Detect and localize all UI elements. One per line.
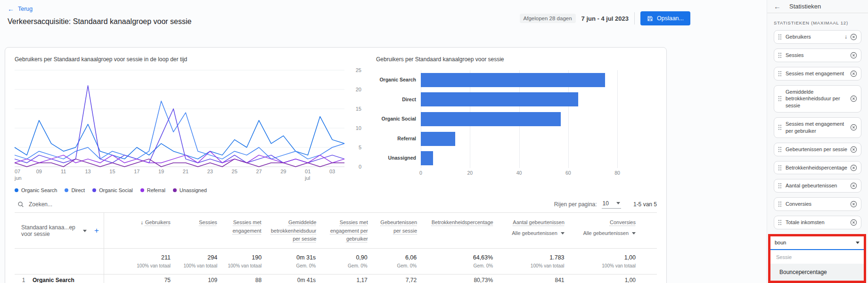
divider — [634, 12, 635, 24]
bar-chart-rows: Organic SearchDirectOrganic SocialReferr… — [421, 70, 642, 168]
column-header-gemiddelde-betrokkenheidsduur-per-sessie[interactable]: Gemiddelde betrokkenheidsduur per sessie — [262, 213, 317, 248]
metric-item-sessies[interactable]: Sessies ↓ — [774, 49, 861, 62]
column-header-gebruikers[interactable]: ↓Gebruikers — [104, 213, 171, 248]
drag-handle-icon[interactable] — [778, 71, 782, 77]
column-header-sessies[interactable]: Sessies — [171, 213, 217, 248]
totals-subtext: Gem. 0% — [320, 263, 368, 268]
remove-metric-icon[interactable] — [850, 219, 857, 226]
date-range[interactable]: 7 jun - 4 jul 2023 — [581, 15, 629, 22]
save-button[interactable]: Opslaan... — [640, 11, 690, 25]
column-header-label: Gebeurtenissen per sessie — [380, 219, 417, 234]
totals-cell: 294100% van totaal — [171, 249, 217, 274]
drag-handle-icon[interactable] — [778, 96, 782, 102]
rows-per-page-select[interactable]: 10 — [602, 200, 621, 209]
line-chart-legend: Organic SearchDirectOrganic SocialReferr… — [15, 187, 361, 193]
bar-chart[interactable]: Organic SearchDirectOrganic SocialReferr… — [421, 70, 642, 168]
column-header-label: Gebruikers — [145, 219, 171, 225]
metric-label: Totale inkomsten — [786, 218, 850, 227]
totals-cell: 1,00100% van totaal — [565, 249, 636, 274]
y-tick-label: 15 — [356, 106, 361, 112]
remove-metric-icon[interactable] — [850, 70, 857, 77]
remove-metric-icon[interactable] — [850, 146, 857, 153]
bar-referral[interactable] — [421, 132, 455, 146]
metric-search-value: boun — [775, 240, 786, 245]
metric-item-betrokkenheidspercentage[interactable]: Betrokkenheidspercentage ↓ — [774, 161, 861, 175]
metric-label: Sessies met engagement — [786, 69, 850, 78]
table-row[interactable]: 1Organic Search75109880m 41s1,177,7280,7… — [15, 275, 657, 283]
chevron-down-icon — [632, 232, 636, 234]
drag-handle-icon[interactable] — [778, 183, 782, 189]
dropdown-option-bouncepercentage[interactable]: Bouncepercentage — [770, 264, 864, 281]
sidebar-title: Statistieken — [789, 3, 821, 10]
metric-item-sessies-met-engagement-per-gebruiker[interactable]: Sessies met engagement per gebruiker ↓ — [774, 117, 861, 138]
drag-handle-icon[interactable] — [778, 165, 782, 171]
column-header-conversies[interactable]: ConversiesAlle gebeurtenissen — [565, 213, 636, 248]
bar-row-organic-search: Organic Search — [421, 70, 642, 90]
x-tick-label: 03 — [329, 169, 335, 175]
drag-handle-icon[interactable] — [778, 124, 782, 130]
metric-item-aantal-gebeurtenissen[interactable]: Aantal gebeurtenissen ↓ — [774, 179, 861, 193]
bar-unassigned[interactable] — [421, 151, 433, 165]
bar-direct[interactable] — [421, 92, 578, 106]
sidebar-back-arrow-icon[interactable]: ← — [774, 2, 781, 10]
bar-row-organic-social: Organic Social — [421, 109, 642, 129]
column-header-sessies-met-engagement[interactable]: Sessies met engagement — [217, 213, 262, 248]
line-chart[interactable]: 0510152025 — [15, 70, 344, 167]
x-tick-day: 29 — [280, 169, 286, 175]
legend-label: Referral — [147, 187, 165, 193]
legend-item-referral[interactable]: Referral — [140, 187, 165, 193]
drag-handle-icon[interactable] — [778, 201, 782, 207]
rows-per-page-label: Rijen per pagina: — [554, 201, 597, 208]
remove-metric-icon[interactable] — [850, 124, 857, 131]
x-tick-day: 11 — [61, 169, 66, 175]
metric-item-gebruikers[interactable]: Gebruikers ↓ — [774, 30, 861, 44]
drag-handle-icon[interactable] — [778, 34, 782, 40]
remove-metric-icon[interactable] — [850, 201, 857, 208]
metric-item-gebeurtenissen-per-sessie[interactable]: Gebeurtenissen per sessie ↓ — [774, 143, 861, 156]
date-preset-badge[interactable]: Afgelopen 28 dagen — [520, 14, 576, 23]
column-header-line: Conversies — [574, 218, 636, 227]
column-header-sessies-met-engagement-per-gebruiker[interactable]: Sessies met engagement per gebruiker — [316, 213, 368, 248]
metric-item-totale-inkomsten[interactable]: Totale inkomsten ↓ — [774, 216, 861, 229]
remove-metric-icon[interactable] — [850, 33, 857, 40]
add-dimension-button[interactable]: + — [94, 226, 99, 235]
x-tick-label: 29 — [280, 169, 286, 175]
totals-cell: 1.783100% van totaal — [493, 249, 564, 274]
legend-item-organic-search[interactable]: Organic Search — [15, 187, 57, 193]
column-header-label: Betrokkenheidspercentage — [432, 219, 493, 225]
legend-item-unassigned[interactable]: Unassigned — [173, 187, 207, 193]
legend-item-organic-social[interactable]: Organic Social — [92, 187, 133, 193]
column-header-gebeurtenissen-per-sessie[interactable]: Gebeurtenissen per sessie — [368, 213, 417, 248]
x-tick-month: jun — [15, 175, 22, 182]
remove-metric-icon[interactable] — [850, 164, 857, 171]
bar-organic-social[interactable] — [421, 112, 561, 126]
column-header-aantal-gebeurtenissen[interactable]: Aantal gebeurtenissenAlle gebeurtenissen — [493, 213, 565, 248]
table-search[interactable]: Zoeken... — [15, 201, 52, 208]
line-chart-x-axis: 07jun091113151719212325272901jul03 — [15, 169, 344, 183]
x-tick-label: 80 — [614, 170, 620, 176]
drag-handle-icon[interactable] — [778, 146, 782, 153]
column-filter[interactable]: Alle gebeurtenissen — [574, 229, 636, 238]
drag-handle-icon[interactable] — [778, 52, 782, 58]
column-header-betrokkenheidspercentage[interactable]: Betrokkenheidspercentage — [417, 213, 493, 248]
remove-metric-icon[interactable] — [850, 95, 857, 102]
metric-item-conversies[interactable]: Conversies ↓ — [774, 197, 861, 211]
x-tick-label: 40 — [516, 170, 522, 176]
metric-label: Gemiddelde betrokkenheidsduur per sessie — [786, 88, 850, 111]
bar-organic-search[interactable] — [421, 73, 605, 87]
x-tick-label: 0 — [419, 170, 422, 176]
dimension-column-header[interactable]: Standaard kanaa...ep voor sessie + — [15, 213, 104, 248]
metric-item-gemiddelde-betrokkenheidsduur-per-sessie[interactable]: Gemiddelde betrokkenheidsduur per sessie… — [774, 85, 861, 113]
totals-cell: 211100% van totaal — [104, 249, 171, 274]
totals-value: 294 — [175, 254, 217, 261]
x-tick-label: 19 — [158, 169, 164, 175]
legend-item-direct[interactable]: Direct — [65, 187, 85, 193]
remove-metric-icon[interactable] — [850, 182, 857, 189]
remove-metric-icon[interactable] — [850, 52, 857, 59]
drag-handle-icon[interactable] — [778, 219, 782, 226]
metric-item-sessies-met-engagement[interactable]: Sessies met engagement ↓ — [774, 67, 861, 81]
back-link[interactable]: ← Terug — [8, 5, 33, 13]
column-filter[interactable]: Alle gebeurtenissen — [503, 229, 565, 238]
metric-search-dropdown[interactable]: boun — [770, 236, 864, 250]
column-header-label: Aantal gebeurtenissen — [513, 219, 564, 225]
